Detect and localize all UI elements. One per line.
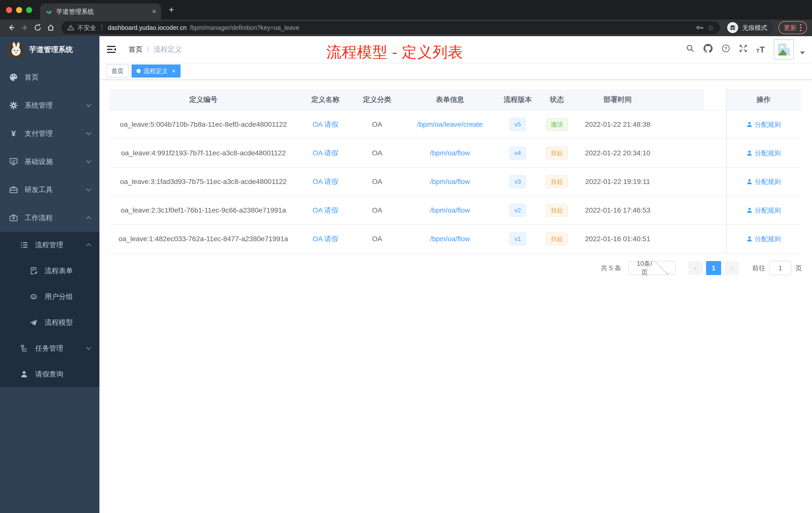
user-avatar-broken-image[interactable] bbox=[774, 39, 794, 59]
sidebar-item-home[interactable]: 首页 bbox=[0, 63, 99, 91]
definition-name-link[interactable]: OA 请假 bbox=[313, 120, 339, 129]
help-icon[interactable]: ? bbox=[722, 44, 730, 55]
breadcrumb-home[interactable]: 首页 bbox=[128, 45, 143, 54]
sidebar-item-system[interactable]: 系统管理 bbox=[0, 91, 99, 119]
monitor-icon bbox=[9, 157, 18, 166]
sidebar-item-label: 用户分组 bbox=[45, 292, 73, 301]
security-warning-icon bbox=[67, 24, 74, 31]
sidebar-item-task-manage[interactable]: 任务管理 bbox=[0, 335, 99, 361]
definition-name-link[interactable]: OA 请假 bbox=[313, 206, 339, 215]
form-link[interactable]: /bpm/oa/leave/create bbox=[417, 120, 483, 128]
font-size-icon[interactable]: TT bbox=[756, 45, 765, 54]
definition-table: 定义编号 定义名称 定义分类 表单信息 流程版本 状态 部署时间 操作 oa_l… bbox=[110, 89, 801, 253]
bookmark-star-icon[interactable]: ☆ bbox=[707, 23, 714, 32]
gear-icon bbox=[9, 101, 18, 110]
person-icon bbox=[746, 150, 753, 156]
back-button[interactable] bbox=[5, 24, 18, 32]
goto-page-input[interactable] bbox=[769, 261, 791, 275]
app-title: 芋道管理系统 bbox=[29, 45, 73, 55]
macos-window-controls[interactable] bbox=[6, 7, 32, 13]
tab-close-icon[interactable]: × bbox=[152, 8, 156, 15]
form-link[interactable]: /bpm/oa/flow bbox=[430, 149, 470, 157]
table-row: oa_leave:1:482ec033-762a-11ec-8477-a2380… bbox=[110, 225, 801, 253]
next-page-button[interactable]: › bbox=[724, 261, 739, 275]
reload-button[interactable] bbox=[31, 24, 44, 32]
column-header: 流程版本 bbox=[499, 89, 536, 110]
tag-process-definition[interactable]: 流程定义 × bbox=[132, 64, 180, 78]
cell-category: OA bbox=[353, 120, 401, 128]
update-label: 更新 bbox=[784, 24, 796, 32]
column-header: 定义编号 bbox=[110, 89, 297, 110]
address-bar[interactable]: 不安全 dashboard.yudao.iocoder.cn/bpm/manag… bbox=[61, 21, 720, 34]
column-header: 表单信息 bbox=[401, 89, 499, 110]
sidebar-item-process-form[interactable]: 流程表单 bbox=[0, 258, 99, 283]
assign-rule-button[interactable]: 分配规则 bbox=[746, 235, 781, 243]
sidebar-item-process-model[interactable]: 流程模型 bbox=[0, 309, 99, 335]
sidebar-item-label: 工作流程 bbox=[25, 213, 53, 222]
github-icon[interactable] bbox=[703, 44, 713, 55]
definition-name-link[interactable]: OA 请假 bbox=[313, 148, 339, 158]
definition-name-link[interactable]: OA 请假 bbox=[313, 234, 339, 244]
sidebar-item-process-manage[interactable]: 流程管理 bbox=[0, 232, 99, 258]
password-key-icon[interactable] bbox=[696, 23, 704, 32]
cell-definition-id: oa_leave:3:1fad3d93-7b75-11ec-a3c8-acde4… bbox=[110, 178, 297, 186]
browser-toolbar: 不安全 dashboard.yudao.iocoder.cn/bpm/manag… bbox=[0, 20, 812, 36]
security-label: 不安全 bbox=[77, 24, 96, 32]
search-icon[interactable] bbox=[686, 44, 695, 55]
assign-rule-button[interactable]: 分配规则 bbox=[746, 177, 781, 186]
pagination-total: 共 5 条 bbox=[601, 264, 621, 273]
breadcrumb-separator: / bbox=[147, 46, 149, 54]
table-row: oa_leave:4:991f2193-7b7f-11ec-a3c8-acde4… bbox=[110, 139, 801, 168]
browser-update-menu-button[interactable]: 更新 bbox=[778, 21, 807, 34]
new-tab-button[interactable]: + bbox=[169, 4, 174, 15]
forward-button[interactable] bbox=[18, 24, 31, 32]
close-window-button[interactable] bbox=[6, 7, 12, 13]
version-badge: v3 bbox=[510, 175, 526, 188]
avatar-dropdown-caret-icon[interactable] bbox=[800, 52, 805, 55]
form-link[interactable]: /bpm/oa/flow bbox=[430, 206, 470, 214]
sidebar-item-label: 首页 bbox=[25, 72, 39, 82]
tag-close-icon[interactable]: × bbox=[172, 68, 175, 74]
form-link[interactable]: /bpm/oa/flow bbox=[430, 235, 470, 243]
definition-name-link[interactable]: OA 请假 bbox=[313, 177, 339, 186]
tag-home[interactable]: 首页 bbox=[107, 64, 128, 78]
prev-page-button[interactable]: ‹ bbox=[688, 261, 703, 275]
sidebar-collapse-icon[interactable] bbox=[99, 46, 123, 53]
sidebar-item-user-group[interactable]: 用户分组 bbox=[0, 283, 99, 309]
cell-category: OA bbox=[353, 235, 401, 243]
favicon-sprout-icon bbox=[45, 8, 53, 15]
cell-deploy-time: 2022-01-16 01:40:51 bbox=[578, 235, 658, 243]
form-link[interactable]: /bpm/oa/flow bbox=[430, 178, 470, 186]
page-number-current[interactable]: 1 bbox=[706, 261, 721, 275]
sidebar-item-payment[interactable]: ¥ 支付管理 bbox=[0, 119, 99, 148]
sidebar-logo-row[interactable]: 芋道管理系统 bbox=[0, 36, 99, 63]
main-area: 流程模型 - 定义列表 首页 / 流程定义 ? bbox=[99, 36, 812, 513]
dashboard-icon bbox=[9, 73, 18, 82]
assign-rule-button[interactable]: 分配规则 bbox=[746, 206, 781, 215]
tree-branch-icon bbox=[20, 344, 29, 352]
maximize-window-button[interactable] bbox=[26, 7, 32, 13]
sidebar-item-devtools[interactable]: 研发工具 bbox=[0, 176, 99, 204]
sidebar-item-leave-query[interactable]: 请假查询 bbox=[0, 361, 99, 387]
browser-tab[interactable]: 芋道管理系统 × bbox=[40, 3, 161, 20]
assign-rule-button[interactable]: 分配规则 bbox=[746, 149, 781, 158]
home-button[interactable] bbox=[44, 24, 57, 32]
chevron-down-icon bbox=[86, 345, 91, 350]
breadcrumb: 首页 / 流程定义 bbox=[128, 45, 182, 54]
cell-deploy-time: 2022-01-22 19:19:11 bbox=[578, 178, 658, 186]
app-logo-avatar bbox=[8, 42, 24, 58]
sidebar-item-infrastructure[interactable]: 基础设施 bbox=[0, 148, 99, 176]
chevron-up-icon bbox=[86, 216, 91, 221]
sidebar-item-workflow[interactable]: 工作流程 bbox=[0, 204, 99, 232]
column-header-filler bbox=[658, 89, 704, 110]
status-badge: 挂起 bbox=[546, 147, 568, 160]
status-badge: 挂起 bbox=[546, 204, 568, 217]
cell-category: OA bbox=[353, 178, 401, 186]
sidebar-item-label: 流程表单 bbox=[45, 266, 73, 276]
browser-tabstrip: 芋道管理系统 × + bbox=[0, 0, 812, 20]
page-size-select[interactable]: 10条/页 bbox=[628, 261, 676, 275]
fullscreen-icon[interactable] bbox=[739, 44, 747, 55]
cell-deploy-time: 2022-01-22 21:48:38 bbox=[578, 120, 658, 128]
assign-rule-button[interactable]: 分配规则 bbox=[746, 120, 781, 129]
minimize-window-button[interactable] bbox=[16, 7, 22, 13]
